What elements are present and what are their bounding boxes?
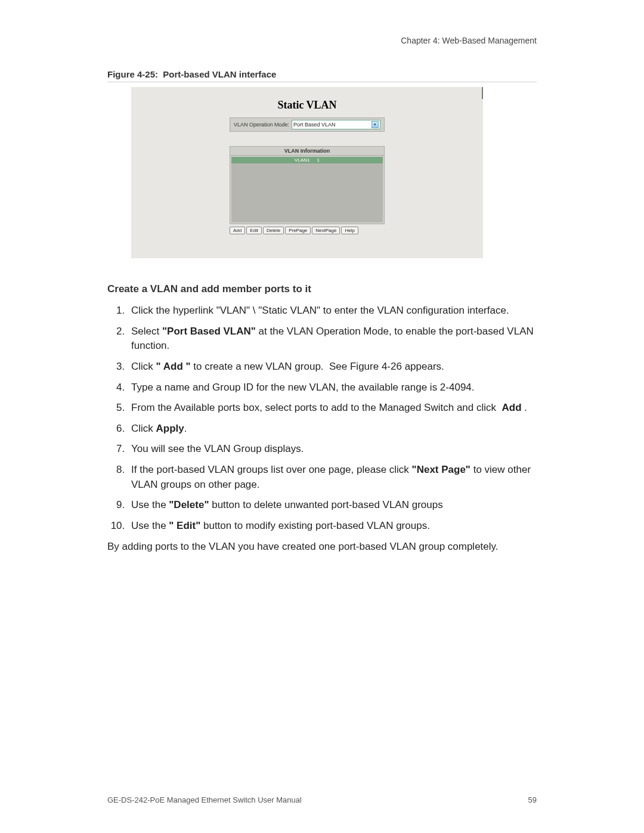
- step-6a: Click: [131, 423, 156, 434]
- nextpage-button[interactable]: NextPage: [312, 227, 340, 234]
- closing-paragraph: By adding ports to the VLAN you have cre…: [107, 540, 537, 555]
- step-9b: "Delete": [169, 499, 209, 510]
- step-9a: Use the: [131, 499, 169, 510]
- step-8a: If the port-based VLAN groups list over …: [131, 464, 412, 475]
- vlan-mode-label: VLAN Operation Mode:: [234, 122, 289, 128]
- vlan-id: 1: [317, 157, 319, 163]
- step-6: Click Apply.: [128, 422, 537, 436]
- vlan-mode-row: VLAN Operation Mode: Port Based VLAN ▾: [230, 117, 385, 132]
- footer-page-number: 59: [528, 795, 537, 804]
- step-3a: Click: [131, 361, 156, 372]
- step-10: Use the " Edit" button to modify existin…: [128, 519, 537, 534]
- step-2b: "Port Based VLAN": [162, 326, 256, 337]
- step-8b: "Next Page": [412, 464, 470, 475]
- step-8: If the port-based VLAN groups list over …: [128, 463, 537, 492]
- step-7: You will see the VLAN Group displays.: [128, 442, 537, 457]
- vlan-info-title: VLAN Information: [230, 146, 385, 156]
- step-6c: .: [184, 423, 187, 434]
- page-footer: GE-DS-242-PoE Managed Ethernet Switch Us…: [107, 795, 537, 804]
- step-4-text: Type a name and Group ID for the new VLA…: [131, 382, 475, 393]
- screenshot-title: Static VLAN: [131, 99, 483, 112]
- vlan-mode-value: Port Based VLAN: [293, 122, 336, 128]
- vlan-list-item[interactable]: VLAN1 1: [231, 157, 383, 163]
- document-page: Chapter 4: Web-Based Management Figure 4…: [0, 0, 644, 833]
- step-9: Use the "Delete" button to delete unwant…: [128, 498, 537, 513]
- step-1-text: Click the hyperlink "VLAN" \ "Static VLA…: [131, 305, 509, 316]
- step-2: Select "Port Based VLAN" at the VLAN Ope…: [128, 324, 537, 354]
- step-5b: Add: [501, 402, 521, 413]
- figure-caption: Figure 4-25: Port-based VLAN interface: [107, 69, 537, 79]
- step-5a: From the Available ports box, select por…: [131, 402, 501, 413]
- step-9c: button to delete unwanted port-based VLA…: [209, 499, 442, 510]
- footer-manual-title: GE-DS-242-PoE Managed Ethernet Switch Us…: [107, 795, 302, 804]
- edit-button[interactable]: Edit: [246, 227, 262, 234]
- step-10b: " Edit": [169, 520, 200, 531]
- vlan-info-panel: VLAN Information VLAN1 1 Add Edit Delete…: [230, 146, 385, 234]
- step-10a: Use the: [131, 520, 169, 531]
- steps-list: Click the hyperlink "VLAN" \ "Static VLA…: [128, 304, 537, 534]
- step-7-text: You will see the VLAN Group displays.: [131, 443, 304, 454]
- vlan-mode-select[interactable]: Port Based VLAN ▾: [292, 120, 380, 129]
- vlan-list-box[interactable]: VLAN1 1: [231, 157, 383, 222]
- vlan-name: VLAN1: [295, 157, 309, 163]
- step-6b: Apply: [156, 423, 184, 434]
- chapter-header: Chapter 4: Web-Based Management: [107, 36, 537, 45]
- help-button[interactable]: Help: [341, 227, 358, 234]
- step-10c: button to modify existing port-based VLA…: [200, 520, 430, 531]
- screenshot-static-vlan: Static VLAN VLAN Operation Mode: Port Ba…: [131, 87, 483, 258]
- step-1: Click the hyperlink "VLAN" \ "Static VLA…: [128, 304, 537, 318]
- section-heading: Create a VLAN and add member ports to it: [107, 283, 537, 295]
- step-3: Click " Add " to create a new VLAN group…: [128, 360, 537, 374]
- step-2a: Select: [131, 326, 162, 337]
- delete-button[interactable]: Delete: [263, 227, 284, 234]
- vlan-button-row: Add Edit Delete PrePage NextPage Help: [230, 227, 385, 234]
- chevron-down-icon: ▾: [371, 121, 379, 128]
- step-3c: to create a new VLAN group. See Figure 4…: [191, 361, 444, 372]
- vlan-list: VLAN1 1: [230, 156, 385, 224]
- step-5c: .: [522, 402, 527, 413]
- step-3b: " Add ": [156, 361, 191, 372]
- step-5: From the Available ports box, select por…: [128, 401, 537, 416]
- step-4: Type a name and Group ID for the new VLA…: [128, 380, 537, 395]
- prepage-button[interactable]: PrePage: [285, 227, 311, 234]
- add-button[interactable]: Add: [230, 227, 245, 234]
- figure-rule: [107, 82, 537, 82]
